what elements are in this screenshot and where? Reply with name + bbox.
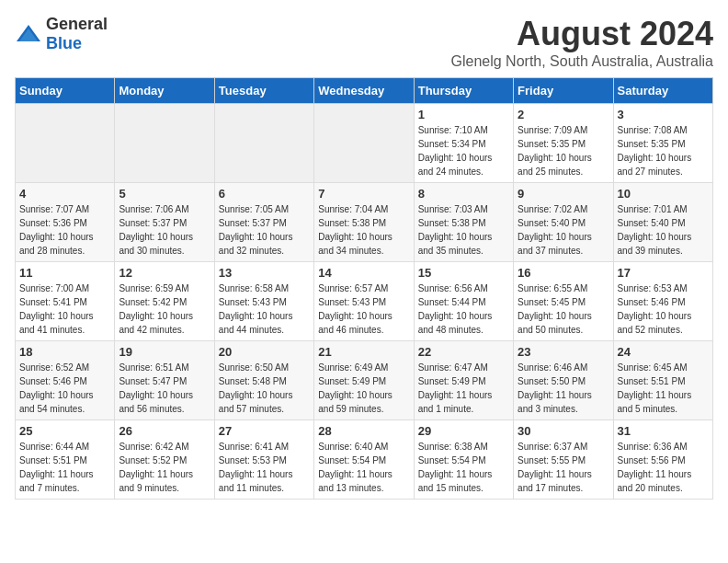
cell-week1-day2 [214, 104, 313, 183]
day-info: Sunrise: 6:38 AM Sunset: 5:54 PM Dayligh… [418, 440, 509, 495]
day-number: 1 [418, 108, 509, 121]
title-block: August 2024 Glenelg North, South Austral… [451, 15, 714, 70]
cell-week4-day2: 20Sunrise: 6:50 AM Sunset: 5:48 PM Dayli… [214, 341, 313, 420]
week-row-1: 1Sunrise: 7:10 AM Sunset: 5:34 PM Daylig… [16, 104, 713, 183]
cell-week5-day6: 31Sunrise: 6:36 AM Sunset: 5:56 PM Dayli… [613, 420, 712, 500]
day-info: Sunrise: 7:02 AM Sunset: 5:40 PM Dayligh… [518, 202, 609, 258]
day-number: 24 [618, 345, 709, 359]
day-number: 31 [618, 424, 709, 438]
day-info: Sunrise: 6:45 AM Sunset: 5:51 PM Dayligh… [618, 361, 709, 416]
week-row-3: 11Sunrise: 7:00 AM Sunset: 5:41 PM Dayli… [16, 262, 713, 341]
day-info: Sunrise: 6:47 AM Sunset: 5:49 PM Dayligh… [418, 361, 509, 416]
cell-week5-day0: 25Sunrise: 6:44 AM Sunset: 5:51 PM Dayli… [16, 420, 115, 500]
day-number: 8 [418, 187, 509, 201]
header-tuesday: Tuesday [214, 78, 313, 104]
cell-week1-day6: 3Sunrise: 7:08 AM Sunset: 5:35 PM Daylig… [613, 104, 712, 183]
cell-week4-day5: 23Sunrise: 6:46 AM Sunset: 5:50 PM Dayli… [514, 341, 613, 420]
cell-week5-day4: 29Sunrise: 6:38 AM Sunset: 5:54 PM Dayli… [414, 420, 513, 500]
cell-week2-day2: 6Sunrise: 7:05 AM Sunset: 5:37 PM Daylig… [214, 183, 313, 262]
cell-week3-day4: 15Sunrise: 6:56 AM Sunset: 5:44 PM Dayli… [414, 262, 513, 341]
day-number: 11 [19, 266, 110, 280]
day-info: Sunrise: 7:10 AM Sunset: 5:34 PM Dayligh… [418, 123, 509, 178]
logo-icon [15, 23, 42, 45]
day-number: 10 [618, 187, 709, 201]
day-info: Sunrise: 6:42 AM Sunset: 5:52 PM Dayligh… [119, 440, 210, 495]
cell-week5-day3: 28Sunrise: 6:40 AM Sunset: 5:54 PM Dayli… [314, 420, 414, 500]
day-info: Sunrise: 6:46 AM Sunset: 5:50 PM Dayligh… [518, 361, 609, 416]
day-number: 2 [518, 108, 609, 121]
cell-week2-day0: 4Sunrise: 7:07 AM Sunset: 5:36 PM Daylig… [16, 183, 115, 262]
cell-week5-day5: 30Sunrise: 6:37 AM Sunset: 5:55 PM Dayli… [514, 420, 613, 500]
day-info: Sunrise: 6:56 AM Sunset: 5:44 PM Dayligh… [418, 282, 509, 337]
cell-week2-day3: 7Sunrise: 7:04 AM Sunset: 5:38 PM Daylig… [314, 183, 414, 262]
day-number: 21 [318, 345, 409, 359]
week-row-4: 18Sunrise: 6:52 AM Sunset: 5:46 PM Dayli… [16, 341, 713, 420]
weekday-header-row: Sunday Monday Tuesday Wednesday Thursday… [16, 78, 713, 104]
day-info: Sunrise: 6:51 AM Sunset: 5:47 PM Dayligh… [119, 361, 210, 416]
cell-week3-day1: 12Sunrise: 6:59 AM Sunset: 5:42 PM Dayli… [115, 262, 214, 341]
day-info: Sunrise: 6:40 AM Sunset: 5:54 PM Dayligh… [318, 440, 409, 495]
day-number: 26 [119, 424, 210, 438]
cell-week2-day1: 5Sunrise: 7:06 AM Sunset: 5:37 PM Daylig… [115, 183, 214, 262]
day-number: 29 [418, 424, 509, 438]
sub-title: Glenelg North, South Australia, Australi… [451, 53, 714, 70]
cell-week2-day6: 10Sunrise: 7:01 AM Sunset: 5:40 PM Dayli… [613, 183, 712, 262]
header-sunday: Sunday [16, 78, 115, 104]
day-info: Sunrise: 6:58 AM Sunset: 5:43 PM Dayligh… [219, 282, 310, 337]
cell-week2-day4: 8Sunrise: 7:03 AM Sunset: 5:38 PM Daylig… [414, 183, 513, 262]
day-info: Sunrise: 6:44 AM Sunset: 5:51 PM Dayligh… [19, 440, 110, 495]
day-number: 23 [518, 345, 609, 359]
day-number: 3 [618, 108, 709, 121]
day-number: 13 [219, 266, 310, 280]
main-title: August 2024 [451, 15, 714, 53]
day-info: Sunrise: 7:06 AM Sunset: 5:37 PM Dayligh… [119, 202, 210, 258]
day-number: 27 [219, 424, 310, 438]
week-row-5: 25Sunrise: 6:44 AM Sunset: 5:51 PM Dayli… [16, 420, 713, 500]
day-info: Sunrise: 7:03 AM Sunset: 5:38 PM Dayligh… [418, 202, 509, 258]
day-number: 14 [318, 266, 409, 280]
day-number: 7 [318, 187, 409, 201]
cell-week3-day6: 17Sunrise: 6:53 AM Sunset: 5:46 PM Dayli… [613, 262, 712, 341]
day-number: 17 [618, 266, 709, 280]
cell-week3-day2: 13Sunrise: 6:58 AM Sunset: 5:43 PM Dayli… [214, 262, 313, 341]
day-info: Sunrise: 6:59 AM Sunset: 5:42 PM Dayligh… [119, 282, 210, 337]
day-number: 16 [518, 266, 609, 280]
day-info: Sunrise: 7:08 AM Sunset: 5:35 PM Dayligh… [618, 123, 709, 178]
day-number: 5 [119, 187, 210, 201]
day-number: 19 [119, 345, 210, 359]
day-info: Sunrise: 7:09 AM Sunset: 5:35 PM Dayligh… [518, 123, 609, 178]
day-info: Sunrise: 6:49 AM Sunset: 5:49 PM Dayligh… [318, 361, 409, 416]
header-saturday: Saturday [613, 78, 712, 104]
cell-week4-day3: 21Sunrise: 6:49 AM Sunset: 5:49 PM Dayli… [314, 341, 414, 420]
cell-week4-day4: 22Sunrise: 6:47 AM Sunset: 5:49 PM Dayli… [414, 341, 513, 420]
cell-week1-day0 [16, 104, 115, 183]
cell-week3-day0: 11Sunrise: 7:00 AM Sunset: 5:41 PM Dayli… [16, 262, 115, 341]
header-wednesday: Wednesday [314, 78, 414, 104]
cell-week5-day2: 27Sunrise: 6:41 AM Sunset: 5:53 PM Dayli… [214, 420, 313, 500]
day-info: Sunrise: 6:52 AM Sunset: 5:46 PM Dayligh… [19, 361, 110, 416]
calendar-header: Sunday Monday Tuesday Wednesday Thursday… [16, 78, 713, 104]
cell-week1-day3 [314, 104, 414, 183]
day-info: Sunrise: 7:00 AM Sunset: 5:41 PM Dayligh… [19, 282, 110, 337]
day-number: 4 [19, 187, 110, 201]
day-info: Sunrise: 6:36 AM Sunset: 5:56 PM Dayligh… [618, 440, 709, 495]
day-number: 15 [418, 266, 509, 280]
logo-blue: Blue [46, 34, 82, 52]
header-thursday: Thursday [414, 78, 513, 104]
day-info: Sunrise: 6:41 AM Sunset: 5:53 PM Dayligh… [219, 440, 310, 495]
day-number: 9 [518, 187, 609, 201]
day-info: Sunrise: 6:53 AM Sunset: 5:46 PM Dayligh… [618, 282, 709, 337]
day-number: 30 [518, 424, 609, 438]
day-number: 25 [19, 424, 110, 438]
cell-week5-day1: 26Sunrise: 6:42 AM Sunset: 5:52 PM Dayli… [115, 420, 214, 500]
cell-week4-day1: 19Sunrise: 6:51 AM Sunset: 5:47 PM Dayli… [115, 341, 214, 420]
header-friday: Friday [514, 78, 613, 104]
day-info: Sunrise: 7:05 AM Sunset: 5:37 PM Dayligh… [219, 202, 310, 258]
day-info: Sunrise: 7:04 AM Sunset: 5:38 PM Dayligh… [318, 202, 409, 258]
day-number: 6 [219, 187, 310, 201]
cell-week4-day0: 18Sunrise: 6:52 AM Sunset: 5:46 PM Dayli… [16, 341, 115, 420]
week-row-2: 4Sunrise: 7:07 AM Sunset: 5:36 PM Daylig… [16, 183, 713, 262]
day-info: Sunrise: 6:50 AM Sunset: 5:48 PM Dayligh… [219, 361, 310, 416]
day-number: 18 [19, 345, 110, 359]
day-info: Sunrise: 6:55 AM Sunset: 5:45 PM Dayligh… [518, 282, 609, 337]
